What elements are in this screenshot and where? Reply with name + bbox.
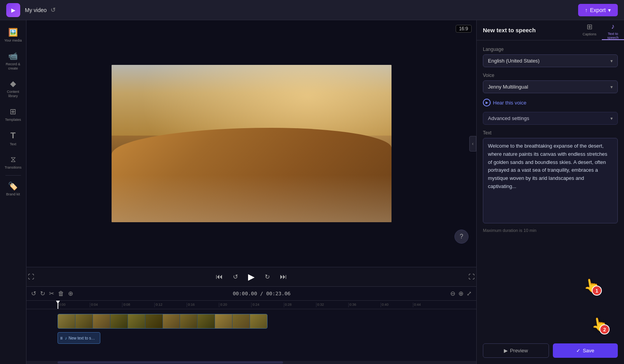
save-check-icon: ✓ [576, 348, 580, 354]
tts-icon: ♪ [611, 23, 615, 31]
cut-button[interactable]: ✂ [49, 290, 54, 297]
transitions-icon: ⧖ [10, 155, 16, 164]
play-button[interactable]: ▶ [246, 270, 256, 284]
undo-button[interactable]: ↺ [31, 290, 36, 297]
topbar: ▶ My video ↺ ↑ Export ▾ [0, 0, 624, 20]
playback-controls: ⛶ ⏮ ↺ ▶ ↻ ⏭ ⛶ [26, 267, 476, 286]
sidebar-item-brand[interactable]: 🏷️ Brand kit [0, 178, 26, 200]
panel-title: New text to speech [483, 27, 536, 33]
app-logo: ▶ [6, 3, 20, 17]
sidebar-item-transitions[interactable]: ⧖ Transitions [0, 151, 26, 174]
tts-clip-label: New text to s… [69, 336, 95, 340]
panel-footer: ▶ Preview ✓ Save [477, 343, 624, 364]
right-panel: New text to speech ⊞ Captions ♪ Text to … [476, 20, 624, 364]
sidebar: 🖼️ Your media 📹 Record & create ◆ Conten… [0, 20, 26, 364]
sidebar-item-content-library[interactable]: ◆ Content library [0, 75, 26, 102]
hear-voice-button[interactable]: ▶ Hear this voice [483, 99, 526, 106]
preview-play-icon: ▶ [504, 348, 508, 354]
save-clip-button[interactable]: ⊕ [68, 290, 73, 297]
sidebar-item-your-media[interactable]: 🖼️ Your media [0, 24, 26, 47]
fullscreen-button[interactable]: ⛶ [467, 272, 476, 282]
save-button[interactable]: ✓ Save [553, 343, 618, 358]
aspect-ratio-badge: 16:9 [456, 25, 472, 33]
sidebar-item-templates[interactable]: ⊞ Templates [0, 103, 26, 126]
voice-dropdown[interactable]: Jenny Multilingual ▾ [483, 80, 618, 93]
tts-track-row: ⏸ ♪ New text to s… [26, 330, 476, 346]
text-section-label: Text [483, 130, 618, 136]
fit-timeline-button[interactable]: ⤢ [467, 290, 472, 297]
advanced-settings-arrow: ▾ [610, 116, 613, 121]
video-frame [112, 65, 392, 222]
language-label: Language [483, 47, 618, 52]
timeline-ruler: 0:00 0:04 0:08 0:12 0:16 0:20 0:24 0:28 … [26, 301, 476, 309]
ruler-marks: 0:00 0:04 0:08 0:12 0:16 0:20 0:24 0:28 … [58, 303, 445, 307]
timeline-scrollbar[interactable] [26, 361, 476, 364]
export-button[interactable]: ↑ Export ▾ [578, 4, 618, 16]
video-title: My video [25, 7, 47, 13]
help-button[interactable]: ? [454, 230, 468, 244]
preview-area: 16:9 ‹ ? [26, 20, 476, 267]
video-track-content [58, 311, 476, 330]
record-create-icon: 📹 [8, 51, 18, 61]
brand-icon: 🏷️ [8, 181, 18, 191]
tab-captions[interactable]: ⊞ Captions [577, 20, 602, 40]
your-media-icon: 🖼️ [8, 28, 18, 37]
collapse-right-panel-button[interactable]: ‹ [469, 136, 476, 152]
tts-clip[interactable]: ⏸ ♪ New text to s… [58, 332, 100, 344]
time-display: 00:00.00 / 00:23.06 [77, 291, 446, 296]
redo-button[interactable]: ↻ [40, 290, 45, 297]
advanced-settings-label: Advanced settings [488, 115, 529, 121]
templates-icon: ⊞ [10, 107, 16, 116]
timeline-area: ↺ ↻ ✂ 🗑 ⊕ 00:00.00 / 00:23.06 ⊖ ⊕ ⤢ [26, 286, 476, 364]
max-duration-note: Maximum duration is 10 min [483, 228, 618, 233]
export-chevron-icon: ▾ [608, 7, 611, 13]
timeline-toolbar: ↺ ↻ ✂ 🗑 ⊕ 00:00.00 / 00:23.06 ⊖ ⊕ ⤢ [26, 287, 476, 301]
zoom-in-button[interactable]: ⊕ [458, 290, 463, 297]
language-dropdown-arrow: ▾ [610, 58, 613, 64]
language-dropdown[interactable]: English (United States) ▾ [483, 54, 618, 67]
tab-tts[interactable]: ♪ Text to speech [602, 20, 624, 40]
advanced-settings-row[interactable]: Advanced settings ▾ [483, 112, 618, 125]
tts-track-content: ⏸ ♪ New text to s… [58, 330, 476, 346]
center-area: 16:9 ‹ ? ⛶ ⏮ ↺ ▶ ↻ ⏭ ⛶ ↺ ↻ ✂ 🗑 ⊕ [26, 20, 476, 364]
playhead [58, 301, 58, 309]
sidebar-item-text[interactable]: T Text [0, 127, 26, 150]
delete-button[interactable]: 🗑 [58, 290, 64, 297]
video-track-row [26, 311, 476, 330]
text-icon: T [10, 131, 16, 141]
hear-voice-play-icon: ▶ [483, 99, 491, 106]
zoom-out-button[interactable]: ⊖ [450, 290, 455, 297]
timeline-tracks: ⏸ ♪ New text to s… [26, 309, 476, 361]
captions-icon: ⊞ [587, 23, 593, 31]
forward-button[interactable]: ↻ [263, 272, 271, 282]
save-status-icon: ↺ [51, 6, 56, 14]
skip-to-end-button[interactable]: ⏭ [278, 271, 288, 282]
panel-body: Language English (United States) ▾ Voice… [477, 40, 624, 343]
crop-button[interactable]: ⛶ [26, 272, 36, 282]
voice-dropdown-arrow: ▾ [610, 84, 613, 90]
sidebar-item-record-create[interactable]: 📹 Record & create [0, 47, 26, 75]
preview-button[interactable]: ▶ Preview [483, 343, 549, 358]
export-icon: ↑ [585, 7, 588, 13]
timeline-scrollbar-thumb[interactable] [58, 361, 283, 364]
tts-pause-button[interactable]: ⏸ [59, 336, 63, 340]
rewind-button[interactable]: ↺ [231, 272, 239, 282]
content-library-icon: ◆ [10, 79, 16, 88]
voice-label: Voice [483, 73, 618, 78]
tts-text-area[interactable]: Welcome to the breathtaking expanse of t… [483, 138, 618, 223]
video-clip[interactable] [58, 314, 267, 329]
skip-to-start-button[interactable]: ⏮ [214, 271, 224, 282]
